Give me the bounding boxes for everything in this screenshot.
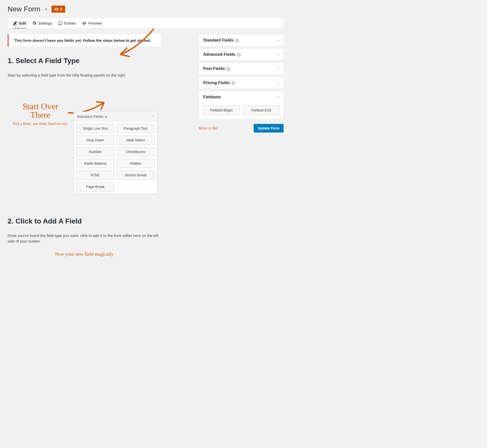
group-label: Post Fields (203, 66, 225, 71)
help-icon[interactable]: ? (235, 39, 239, 43)
field-type-sidebar: Standard Fields? ▾ Advanced Fields? ▾ Po… (199, 34, 284, 133)
tab-entries[interactable]: Entries (58, 21, 76, 25)
step-1-description: Start by selecting a field type from the… (8, 72, 160, 78)
demo-field-button: Page Break (76, 182, 114, 191)
chevron-down-icon: ▾ (278, 96, 279, 99)
handwriting-annotation: Start Over There Pick a field.. any fiel… (11, 102, 69, 126)
help-icon: ◉ (105, 115, 107, 119)
help-icon[interactable]: ? (231, 81, 235, 85)
demo-field-button: HTML (76, 171, 114, 180)
eye-icon (82, 21, 86, 25)
field-group-post[interactable]: Post Fields? ▾ (199, 63, 284, 75)
demo-field-button: Section Break (117, 171, 154, 180)
tab-label: Settings (38, 21, 52, 25)
move-to-bin-link[interactable]: Move to Bin (199, 126, 218, 130)
chevron-down-icon: ▾ (278, 67, 279, 70)
group-label: Advanced Fields (203, 52, 235, 57)
demo-field-button: Paragraph Text (117, 124, 154, 133)
edit-icon (13, 21, 17, 25)
demo-field-button: Radio Buttons (76, 159, 114, 168)
panel-title: Standard Fields (77, 114, 103, 119)
tab-label: Preview (88, 21, 102, 25)
form-title: New Form (8, 5, 40, 13)
form-editor-area: This form doesn't have any fields yet. F… (8, 34, 161, 257)
arrow-annotation-icon (115, 27, 156, 60)
step-2-heading: 2. Click to Add A Field (8, 217, 161, 225)
hand-text: Start Over (23, 102, 58, 111)
demo-field-button: Number (76, 147, 114, 156)
tab-preview[interactable]: Preview (82, 21, 102, 25)
group-label: Fieldsets (203, 95, 221, 99)
tab-label: Entries (64, 21, 76, 25)
chevron-down-icon: ▾ (278, 81, 279, 85)
chevron-down-icon: ▾ (278, 53, 279, 56)
field-group-standard[interactable]: Standard Fields? ▾ (199, 34, 284, 46)
field-group-fieldsets[interactable]: Fieldsets ▾ Fieldset Begin Fieldset End (199, 91, 284, 119)
update-form-button[interactable]: Update Form (254, 124, 284, 133)
chevron-down-icon: ▾ (152, 115, 154, 118)
form-header: New Form v ID: 2 (8, 5, 284, 13)
speech-icon (58, 21, 62, 25)
tab-label: Edit (19, 21, 26, 25)
chevron-down-icon: ▾ (278, 39, 279, 42)
field-group-pricing[interactable]: Pricing Fields? ▾ (199, 77, 284, 89)
demo-field-button: Hidden (117, 159, 154, 168)
help-icon[interactable]: ? (237, 53, 241, 57)
form-switcher-chevron-icon[interactable]: v (45, 7, 47, 11)
demo-standard-fields-panel: Standard Fields ◉ ▾ Single Line Text Par… (74, 111, 157, 194)
step-2-description: Once you've found the field type you wan… (8, 233, 160, 244)
tab-settings[interactable]: Settings (32, 21, 52, 25)
handwriting-annotation: Now your new field magically (42, 251, 126, 257)
group-label: Pricing Fields (203, 81, 230, 85)
group-label: Standard Fields (203, 38, 234, 42)
hand-text: There (30, 110, 50, 120)
demo-field-button: Single Line Text (76, 124, 114, 133)
demo-field-button: Checkboxes (117, 147, 154, 156)
help-icon[interactable]: ? (226, 67, 230, 71)
tab-edit[interactable]: Edit (13, 21, 26, 29)
fieldset-end-button[interactable]: Fieldset End (242, 105, 280, 115)
fieldset-begin-button[interactable]: Fieldset Begin (203, 105, 240, 115)
demo-field-button: Multi Select (117, 136, 154, 145)
demo-field-button: Drop Down (76, 136, 114, 145)
field-group-advanced[interactable]: Advanced Fields? ▾ (199, 48, 284, 61)
form-id-badge: ID: 2 (51, 6, 65, 13)
hand-text-small: Pick a field.. any field. Don't be shy. (11, 121, 69, 126)
gear-icon (32, 21, 36, 25)
